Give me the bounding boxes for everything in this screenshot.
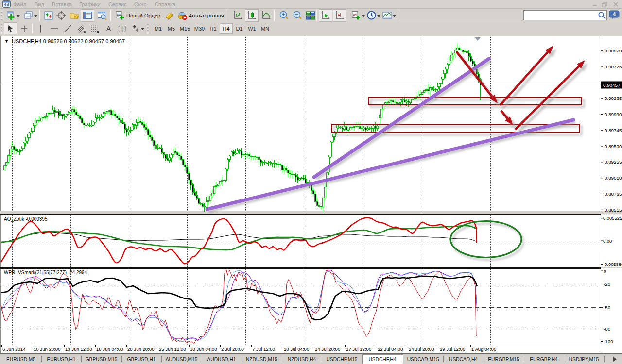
svg-text:-100: -100 <box>604 339 613 344</box>
svg-text:1 Aug 04:00: 1 Aug 04:00 <box>471 347 496 352</box>
svg-text:-20: -20 <box>604 281 611 287</box>
svg-text:AUDUSD,M15: AUDUSD,M15 <box>166 357 198 362</box>
svg-text:USDCHF,H4: USDCHF,H4 <box>368 357 397 362</box>
svg-text:EURUSD,H1: EURUSD,H1 <box>47 357 76 362</box>
svg-text:NZDUSD,H4: NZDUSD,H4 <box>288 357 316 362</box>
svg-text:NZDUSD,M15: NZDUSD,M15 <box>246 357 277 362</box>
svg-text:17 Jul 12:00: 17 Jul 12:00 <box>346 347 371 352</box>
svg-text:10 Jul 04:00: 10 Jul 04:00 <box>284 347 309 352</box>
svg-text:USDJPY,M15: USDJPY,M15 <box>569 357 599 362</box>
svg-text:E: E <box>83 30 86 33</box>
svg-text:0.90457: 0.90457 <box>603 83 620 88</box>
svg-text:0.88515: 0.88515 <box>605 207 622 213</box>
svg-text:6 Jun 2014: 6 Jun 2014 <box>2 347 26 352</box>
svg-text:18 Jun 04:00: 18 Jun 04:00 <box>96 347 123 352</box>
svg-text:0.89990: 0.89990 <box>605 112 622 117</box>
svg-text:0.89745: 0.89745 <box>605 128 622 133</box>
svg-text:WPR_VSmark(21|55|77|277) -24.2: WPR_VSmark(21|55|77|277) -24.2994 <box>4 270 87 275</box>
svg-text:14 Jul 20:00: 14 Jul 20:00 <box>315 347 340 352</box>
svg-text:AO_Zotik -0.000395: AO_Zotik -0.000395 <box>4 216 48 222</box>
svg-text:-50: -50 <box>604 305 611 310</box>
svg-text:0.90725: 0.90725 <box>605 64 622 69</box>
svg-text:EURGBP,M15: EURGBP,M15 <box>488 357 519 362</box>
svg-text:T: T <box>121 26 124 32</box>
svg-text:EURGBP,H4: EURGBP,H4 <box>530 357 558 362</box>
svg-text:0: 0 <box>604 268 606 274</box>
svg-text:GBPUSD,M15: GBPUSD,M15 <box>86 357 118 362</box>
svg-text:USDCHF,H4 0.90526 0.90622 0.9: USDCHF,H4 0.90526 0.90622 0.90457 0.9045… <box>12 38 125 44</box>
svg-text:AUDUSD,H1: AUDUSD,H1 <box>207 357 236 362</box>
svg-text:2 Jul 20:00: 2 Jul 20:00 <box>221 347 244 352</box>
svg-text:A: A <box>106 24 111 32</box>
svg-text:0.90235: 0.90235 <box>605 96 622 101</box>
svg-text:0.00: 0.00 <box>603 238 612 244</box>
svg-text:0.89010: 0.89010 <box>605 175 622 181</box>
svg-text:0.005525: 0.005525 <box>603 215 622 221</box>
svg-text:24 Jul 20:00: 24 Jul 20:00 <box>409 347 434 352</box>
svg-text:13 Jun 12:00: 13 Jun 12:00 <box>65 347 92 352</box>
svg-text:USDCAD,H4: USDCAD,H4 <box>449 357 478 362</box>
svg-text:0.88765: 0.88765 <box>605 191 622 197</box>
svg-text:-0.005886: -0.005886 <box>603 262 622 267</box>
svg-text:0.90970: 0.90970 <box>605 48 622 53</box>
svg-text:25 Jun 12:00: 25 Jun 12:00 <box>159 347 186 352</box>
svg-text:30 Jun 04:00: 30 Jun 04:00 <box>190 347 217 352</box>
svg-text:22 Jul 04:00: 22 Jul 04:00 <box>378 347 403 352</box>
svg-text:10 Jun 20:00: 10 Jun 20:00 <box>34 347 60 352</box>
svg-text:-80: -80 <box>604 326 611 331</box>
svg-text:29 Jul 12:00: 29 Jul 12:00 <box>440 347 465 352</box>
svg-text:0.89500: 0.89500 <box>605 144 622 149</box>
svg-text:GBPUSD,H1: GBPUSD,H1 <box>127 357 156 362</box>
svg-text:USDCAD,M15: USDCAD,M15 <box>407 357 439 362</box>
svg-text:USDCHF,M15: USDCHF,M15 <box>327 357 358 362</box>
svg-text:0.89255: 0.89255 <box>605 159 622 165</box>
svg-text:4: 4 <box>613 11 616 17</box>
svg-text:20 Jun 20:00: 20 Jun 20:00 <box>127 347 154 352</box>
svg-text:F: F <box>97 30 99 33</box>
svg-text:EURUSD,M5: EURUSD,M5 <box>6 357 35 362</box>
svg-text:▼: ▼ <box>4 39 9 44</box>
svg-text:7 Jul 12:00: 7 Jul 12:00 <box>252 347 275 352</box>
